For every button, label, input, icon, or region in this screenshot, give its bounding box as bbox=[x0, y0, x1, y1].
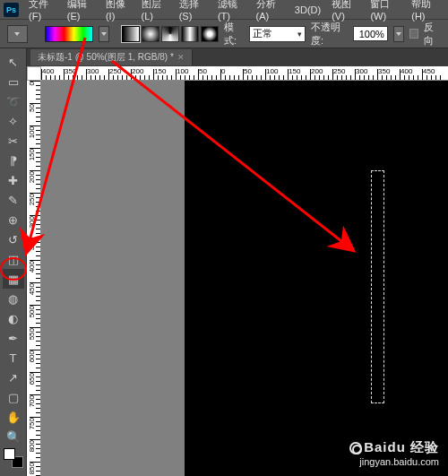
ruler-corner bbox=[27, 66, 41, 81]
type-tool-icon[interactable]: T bbox=[3, 348, 24, 368]
watermark: Baidu 经验 jingyan.baidu.com bbox=[349, 439, 439, 467]
blend-mode-select[interactable]: 正常 bbox=[249, 26, 306, 42]
ruler-h-label: 250 bbox=[333, 67, 345, 75]
mode-label: 模式: bbox=[224, 21, 244, 48]
lasso-tool-icon[interactable]: ➰ bbox=[3, 91, 24, 111]
gradient-reflected-icon[interactable] bbox=[181, 26, 199, 42]
ruler-v-label: 450 bbox=[28, 283, 36, 295]
ruler-v-label: 850 bbox=[28, 463, 36, 474]
gradient-picker-dropdown[interactable] bbox=[99, 26, 109, 42]
shape-tool-icon[interactable]: ▢ bbox=[3, 387, 24, 407]
document-tab-strip: 未标题-1 @ 50%(图层 1, RGB/8) * ✕ bbox=[27, 48, 448, 66]
ruler-h-label: 50 bbox=[244, 67, 252, 75]
marquee-tool-icon[interactable]: ▭ bbox=[3, 72, 24, 91]
toolbox: ↖ ▭ ➰ ✧ ✂ ⁋ ✚ ✎ ⊕ ↺ ◫ ▦ ◍ ◐ ✒ T ↗ ▢ ✋ 🔍 bbox=[0, 48, 27, 476]
close-icon[interactable]: ✕ bbox=[177, 53, 185, 62]
ruler-v-label: 350 bbox=[28, 238, 36, 250]
ruler-h-label: 0 bbox=[221, 67, 225, 75]
zoom-tool-icon[interactable]: 🔍 bbox=[3, 427, 24, 446]
ruler-v-label: 100 bbox=[28, 126, 36, 138]
ruler-h-label: 400 bbox=[42, 67, 54, 75]
document-tab-title: 未标题-1 @ 50%(图层 1, RGB/8) * bbox=[38, 51, 174, 64]
ruler-h-label: 350 bbox=[65, 67, 76, 75]
menu-analysis[interactable]: 分析(A) bbox=[252, 0, 289, 23]
ruler-h-label: 300 bbox=[87, 67, 99, 75]
menu-edit[interactable]: 编辑(E) bbox=[63, 0, 99, 23]
menu-image[interactable]: 图像(I) bbox=[101, 0, 135, 23]
reverse-checkbox[interactable] bbox=[409, 29, 418, 39]
document-tab[interactable]: 未标题-1 @ 50%(图层 1, RGB/8) * ✕ bbox=[30, 49, 193, 65]
tool-preset-picker[interactable] bbox=[7, 25, 28, 43]
brush-tool-icon[interactable]: ✎ bbox=[3, 190, 24, 210]
document-canvas[interactable] bbox=[185, 81, 448, 476]
horizontal-ruler[interactable]: 4003503002502001501005005010015020025030… bbox=[41, 66, 448, 81]
ruler-h-label: 250 bbox=[109, 67, 121, 75]
menu-bar: Ps 文件(F) 编辑(E) 图像(I) 图层(L) 选择(S) 滤镜(T) 分… bbox=[0, 0, 448, 20]
ruler-v-label: 750 bbox=[28, 418, 36, 429]
ruler-h-label: 150 bbox=[289, 67, 300, 75]
app-logo: Ps bbox=[4, 3, 19, 17]
menu-3d[interactable]: 3D(D) bbox=[290, 3, 325, 17]
history-brush-tool-icon[interactable]: ↺ bbox=[3, 229, 24, 249]
reverse-label: 反向 bbox=[424, 21, 441, 48]
dodge-tool-icon[interactable]: ◐ bbox=[3, 308, 24, 328]
ruler-h-label: 450 bbox=[423, 67, 435, 75]
ruler-v-label: 200 bbox=[28, 171, 36, 183]
ruler-h-label: 350 bbox=[378, 67, 390, 75]
crop-tool-icon[interactable]: ✂ bbox=[3, 131, 24, 151]
gradient-angle-icon[interactable] bbox=[161, 26, 179, 42]
gradient-diamond-icon[interactable] bbox=[201, 26, 219, 42]
ruler-v-label: 0 bbox=[28, 82, 36, 85]
ruler-h-label: 400 bbox=[401, 67, 412, 75]
watermark-url: jingyan.baidu.com bbox=[349, 456, 439, 467]
watermark-brand: Baidu 经验 bbox=[364, 439, 439, 454]
ruler-v-label: 50 bbox=[28, 104, 36, 112]
ruler-v-label: 650 bbox=[28, 373, 36, 385]
opacity-value: 100% bbox=[359, 29, 384, 39]
ruler-h-label: 300 bbox=[356, 67, 367, 75]
eraser-tool-icon[interactable]: ◫ bbox=[3, 249, 24, 269]
stamp-tool-icon[interactable]: ⊕ bbox=[3, 210, 24, 229]
path-tool-icon[interactable]: ↗ bbox=[3, 368, 24, 387]
patch-tool-icon[interactable]: ✚ bbox=[3, 170, 24, 190]
ruler-v-label: 250 bbox=[28, 194, 36, 205]
ruler-h-label: 50 bbox=[199, 67, 207, 75]
move-tool-icon[interactable]: ↖ bbox=[3, 52, 24, 72]
menu-window[interactable]: 窗口(W) bbox=[366, 0, 405, 23]
blend-mode-value: 正常 bbox=[253, 27, 272, 40]
ruler-h-label: 200 bbox=[132, 67, 143, 75]
watermark-icon bbox=[349, 442, 362, 454]
pasteboard bbox=[41, 81, 185, 476]
menu-select[interactable]: 选择(S) bbox=[175, 0, 211, 23]
marquee-selection bbox=[371, 170, 384, 403]
blur-tool-icon[interactable]: ◍ bbox=[3, 289, 24, 308]
opacity-input[interactable]: 100% bbox=[353, 26, 388, 41]
ruler-h-label: 100 bbox=[266, 67, 278, 75]
ruler-v-label: 600 bbox=[28, 351, 36, 362]
ruler-h-label: 150 bbox=[154, 67, 166, 75]
color-swatches[interactable] bbox=[4, 448, 23, 468]
ruler-h-label: 200 bbox=[311, 67, 323, 75]
vertical-ruler[interactable]: 0501001502002503003504004505005506006507… bbox=[27, 81, 41, 476]
ruler-v-label: 150 bbox=[28, 149, 36, 160]
gradient-preview[interactable] bbox=[45, 26, 93, 42]
wand-tool-icon[interactable]: ✧ bbox=[3, 111, 24, 131]
opacity-dropdown[interactable] bbox=[393, 26, 404, 42]
ruler-v-label: 800 bbox=[28, 440, 36, 452]
eyedropper-tool-icon[interactable]: ⁋ bbox=[3, 151, 24, 170]
foreground-swatch[interactable] bbox=[4, 448, 15, 460]
ruler-v-label: 550 bbox=[28, 328, 36, 340]
pen-tool-icon[interactable]: ✒ bbox=[3, 328, 24, 348]
opacity-label: 不透明度: bbox=[311, 21, 348, 48]
hand-tool-icon[interactable]: ✋ bbox=[3, 407, 24, 427]
ruler-v-label: 700 bbox=[28, 395, 36, 407]
gradient-tool-icon[interactable]: ▦ bbox=[3, 269, 24, 289]
canvas-area[interactable] bbox=[41, 81, 448, 476]
ruler-v-label: 500 bbox=[28, 306, 36, 317]
menu-layer[interactable]: 图层(L) bbox=[137, 0, 173, 23]
gradient-linear-icon[interactable] bbox=[122, 26, 140, 42]
gradient-type-group bbox=[122, 26, 219, 42]
ruler-h-label: 100 bbox=[177, 67, 188, 75]
menu-file[interactable]: 文件(F) bbox=[24, 0, 61, 23]
gradient-radial-icon[interactable] bbox=[142, 26, 159, 42]
